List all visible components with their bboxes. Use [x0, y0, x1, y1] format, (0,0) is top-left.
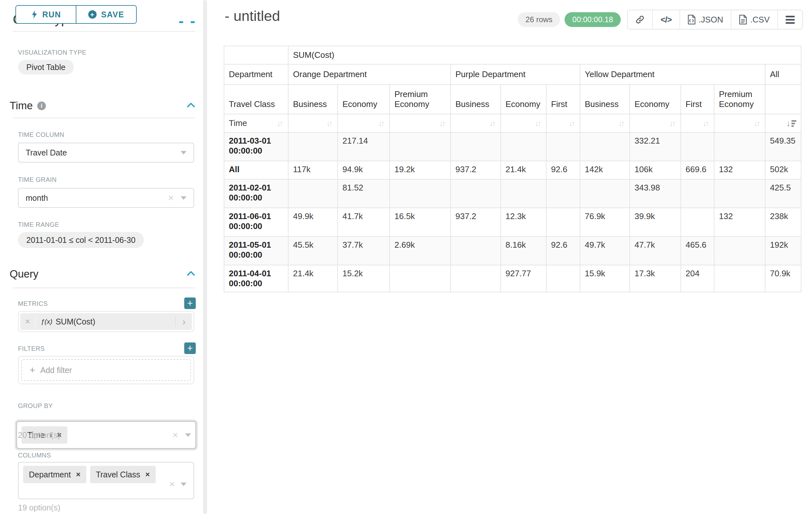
value-cell	[715, 237, 765, 265]
metric-pill[interactable]: × ƒ(x) SUM(Cost) ›	[20, 313, 192, 330]
remove-pill-icon[interactable]: ×	[76, 470, 81, 478]
sort-header-cell[interactable]: ↓↑	[289, 114, 337, 132]
columns-select[interactable]: Department×Travel Class× ×	[18, 462, 194, 499]
value-cell: 217.14	[338, 133, 389, 161]
collapse-query-chevron-icon[interactable]	[187, 270, 195, 276]
export-csv-button[interactable]: .CSV	[731, 10, 777, 29]
sort-icon[interactable]: ↓↑	[439, 119, 446, 128]
control-panel: Chart Type RUN + SAVE VISUALIZATION TYPE…	[0, 0, 203, 514]
section-divider	[13, 117, 195, 118]
export-json-button[interactable]: .JSON	[679, 10, 731, 29]
table-row: 2011-02-01 00:00:0081.52343.98425.5	[224, 180, 801, 208]
value-cell: 41.7k	[338, 208, 389, 236]
travel-class-cell: Business	[451, 85, 500, 114]
value-cell	[681, 180, 714, 208]
table-row: All117k94.9k19.2k937.221.4k92.6142k106k6…	[224, 161, 801, 179]
travel-class-cell: Economy	[338, 85, 389, 114]
sort-header-cell[interactable]: ↓↑	[501, 114, 546, 132]
value-cell	[451, 237, 500, 265]
value-cell	[451, 133, 500, 161]
value-cell: 465.6	[681, 237, 714, 265]
remove-pill-icon[interactable]: ×	[145, 470, 150, 478]
sort-header-cell[interactable]: ↓↑	[630, 114, 680, 132]
travel-class-cell: First	[547, 85, 580, 114]
value-cell	[580, 180, 629, 208]
remove-metric-icon[interactable]: ×	[20, 317, 36, 327]
time-grain-select[interactable]: month ×	[18, 188, 194, 208]
metrics-control: × ƒ(x) SUM(Cost) ›	[18, 311, 194, 332]
visualization-type-value[interactable]: Pivot Table	[18, 60, 74, 75]
sort-icon[interactable]: ↓↑	[535, 119, 542, 128]
department-group-cell: Yellow Department	[580, 64, 765, 84]
sort-icon[interactable]: ↓↑	[569, 119, 575, 128]
sort-icon[interactable]: ↓↑	[754, 119, 760, 128]
copy-link-button[interactable]	[628, 10, 652, 29]
add-filter-plus-button[interactable]: +	[184, 343, 196, 354]
sort-header-cell[interactable]: ↓↑	[451, 114, 500, 132]
file-text-icon	[739, 15, 747, 24]
group-by-options-hint: 20 option(s)	[18, 431, 60, 440]
columns-label: COLUMNS	[18, 452, 51, 459]
value-cell: 502k	[765, 161, 801, 179]
metric-header-cell: SUM(Cost)	[289, 46, 801, 64]
travel-class-cell: Business	[580, 85, 629, 114]
time-grain-label: TIME GRAIN	[18, 176, 57, 184]
sort-header-cell[interactable]: ↓↑	[715, 114, 765, 132]
view-query-button[interactable]: </>	[652, 10, 679, 29]
sidebar-scrollbar[interactable]	[203, 0, 207, 514]
sort-icon[interactable]: ↓↑	[703, 119, 709, 128]
chevron-down-icon[interactable]	[185, 433, 191, 437]
sort-header-cell[interactable]: ↓↑	[681, 114, 714, 132]
sort-icon[interactable]: ↓↑	[277, 119, 283, 128]
more-menu-button[interactable]	[777, 10, 802, 29]
chevron-right-icon[interactable]: ›	[175, 317, 192, 327]
sort-header-cell[interactable]: ↓↑	[390, 114, 450, 132]
value-cell	[390, 180, 450, 208]
add-filter-dropzone[interactable]: + Add filter	[21, 359, 191, 381]
department-group-cell: All	[765, 64, 801, 84]
value-cell	[289, 180, 337, 208]
sort-icon[interactable]: ↓↑	[326, 119, 333, 128]
metrics-label: METRICS	[18, 300, 48, 307]
sort-icon[interactable]: ↓↑	[489, 119, 496, 128]
value-cell: 8.16k	[501, 237, 546, 265]
row-dimension-cell[interactable]: Time↓↑	[224, 114, 288, 132]
row-dimension-label: Time	[229, 118, 247, 128]
clipped-icon-fragment	[191, 21, 195, 23]
sort-header-cell[interactable]: ↓↑	[580, 114, 629, 132]
sort-descending-active-icon[interactable]: ↓	[786, 119, 796, 128]
run-button-label: RUN	[42, 10, 61, 19]
value-cell: 92.6	[547, 237, 580, 265]
value-cell: 343.98	[630, 180, 680, 208]
add-metric-button[interactable]: +	[184, 297, 196, 309]
sort-icon[interactable]: ↓↑	[378, 119, 385, 128]
value-cell	[547, 133, 580, 161]
value-cell: 49.7k	[580, 237, 629, 265]
chart-title[interactable]: - untitled	[225, 8, 280, 24]
clear-icon[interactable]: ×	[169, 479, 175, 489]
save-button[interactable]: + SAVE	[76, 6, 136, 23]
sort-header-cell[interactable]: ↓↑	[547, 114, 580, 132]
value-cell	[715, 265, 765, 292]
time-column-select[interactable]: Travel Date	[18, 143, 194, 163]
value-cell	[390, 265, 450, 292]
column-dimension-cell: Department	[224, 64, 288, 84]
collapse-time-chevron-icon[interactable]	[187, 102, 195, 108]
value-cell	[547, 208, 580, 236]
columns-pills: Department×Travel Class×	[23, 466, 189, 483]
chevron-down-icon[interactable]	[181, 483, 186, 486]
travel-class-cell: Premium Economy	[390, 85, 450, 114]
sort-header-cell[interactable]: ↓↑	[338, 114, 389, 132]
time-column-value: Travel Date	[26, 148, 67, 157]
sort-icon[interactable]: ↓↑	[669, 119, 676, 128]
time-range-value[interactable]: 2011-01-01 ≤ col < 2011-06-30	[18, 232, 144, 248]
sort-header-cell[interactable]: ↓	[765, 114, 801, 132]
clear-icon[interactable]: ×	[172, 430, 178, 440]
clear-icon[interactable]: ×	[168, 193, 174, 203]
run-button[interactable]: RUN	[16, 6, 76, 23]
sort-icon[interactable]: ↓↑	[618, 119, 625, 128]
chart-panel: - untitled 26 rows 00:00:00.18 </>	[207, 0, 812, 514]
value-cell: 106k	[630, 161, 680, 179]
save-button-label: SAVE	[101, 10, 124, 19]
info-icon[interactable]: i	[37, 102, 46, 110]
